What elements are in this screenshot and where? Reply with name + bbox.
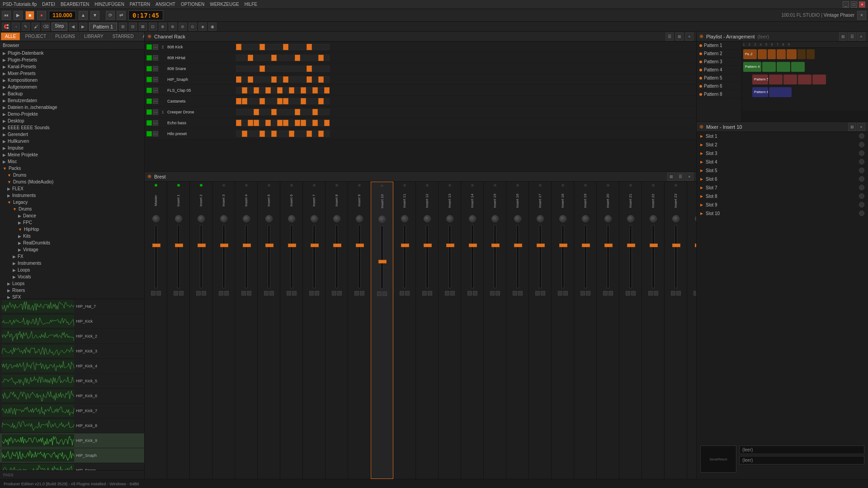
beat-cell[interactable]	[318, 66, 324, 72]
cr-btn2[interactable]: ⊞	[675, 33, 684, 41]
mixer-track[interactable]: Insert 10	[371, 182, 393, 479]
mixer-pan-knob[interactable]	[446, 215, 453, 222]
step-next[interactable]: ▶	[79, 23, 87, 31]
mixer-fader-handle[interactable]	[198, 244, 206, 247]
beat-cell[interactable]	[248, 131, 253, 137]
beat-cell[interactable]	[248, 66, 253, 72]
beat-cell[interactable]	[271, 120, 277, 126]
grid-btn4[interactable]: ⊡	[149, 23, 157, 31]
beat-cell[interactable]	[277, 55, 283, 61]
mixer-pan-knob[interactable]	[537, 215, 544, 222]
mixer-track[interactable]: Insert 24	[687, 182, 696, 479]
insert-slot[interactable]: ▶Slot 4	[697, 158, 868, 166]
mixer-track[interactable]: Insert 18	[552, 182, 574, 479]
channel-mute-btn[interactable]: —	[153, 131, 158, 136]
insert-slot[interactable]: ▶Slot 3	[697, 149, 868, 158]
channel-name[interactable]: Creeper Drone	[167, 110, 203, 114]
beat-cell[interactable]	[236, 55, 241, 61]
arr-block-m2-2[interactable]	[769, 75, 783, 84]
mixer-solo-btn[interactable]	[693, 291, 697, 296]
mixer-solo-btn[interactable]	[219, 291, 223, 296]
mixer-fader-handle[interactable]	[650, 244, 658, 247]
insert-slot[interactable]: ▶Slot 9	[697, 201, 868, 209]
arr-block-m2-5[interactable]	[812, 75, 826, 84]
insert-slot-led[interactable]	[859, 185, 864, 190]
beat-cell[interactable]	[271, 87, 277, 94]
beat-cell[interactable]	[318, 131, 324, 137]
beat-cell[interactable]	[295, 120, 300, 126]
beat-cell[interactable]	[265, 120, 271, 126]
step-prev[interactable]: ◀	[69, 23, 77, 31]
beat-cell[interactable]	[324, 98, 330, 104]
waveform-item[interactable]: HIP_Kick_9	[0, 433, 144, 448]
sidebar-tree-item[interactable]: ▶Instruments	[0, 260, 144, 267]
channel-name[interactable]: Echo bass	[167, 121, 203, 125]
sidebar-tree-item[interactable]: ▶Instruments	[0, 192, 144, 199]
pl-btn1[interactable]: ⊞	[839, 33, 847, 41]
beat-cell[interactable]	[259, 131, 265, 137]
beat-cell[interactable]	[307, 120, 312, 126]
grid-btn6[interactable]: ⊗	[169, 23, 177, 31]
sidebar-tree-item[interactable]: ▶EEEE EEEE Sounds	[0, 124, 144, 131]
mixer-pan-knob[interactable]	[311, 215, 318, 222]
mixer-mute-btn[interactable]	[654, 291, 658, 296]
grid-btn7[interactable]: ⊘	[179, 23, 187, 31]
beat-cell[interactable]	[259, 98, 265, 104]
beat-cell[interactable]	[307, 87, 312, 94]
mixer-track[interactable]: Insert 17	[529, 182, 552, 479]
tool-magnet[interactable]: 🧲	[2, 23, 10, 31]
pattern-list-item[interactable]: Pattern 3	[697, 58, 741, 66]
mixer-mute-btn[interactable]	[495, 291, 500, 296]
beat-cell[interactable]	[265, 87, 271, 94]
mixer-track[interactable]: Insert 4	[235, 182, 258, 479]
mixer-track[interactable]: Insert 16	[506, 182, 529, 479]
beat-cell[interactable]	[312, 98, 318, 104]
tab-library[interactable]: LIBRARY	[80, 33, 108, 40]
insert-slot-led[interactable]	[859, 211, 864, 216]
mixer-pan-knob[interactable]	[288, 215, 295, 222]
channel-active-btn[interactable]	[146, 88, 152, 93]
beat-cell[interactable]	[301, 120, 306, 126]
mixer-pan-knob[interactable]	[424, 215, 431, 222]
mi-btn1[interactable]: ⊞	[848, 123, 856, 131]
sidebar-tree-item[interactable]: ▶Loops	[0, 267, 144, 273]
mixer-solo-btn[interactable]	[603, 291, 608, 296]
arr-block-m2-4[interactable]	[798, 75, 811, 84]
beat-cell[interactable]	[295, 87, 300, 94]
beat-cell[interactable]	[248, 87, 253, 94]
beat-cell[interactable]	[324, 120, 330, 126]
mixer-fader-handle[interactable]	[175, 244, 183, 247]
beat-cell[interactable]	[271, 66, 277, 72]
beat-cell[interactable]	[283, 87, 288, 94]
mixer-fader-handle[interactable]	[514, 244, 522, 247]
waveform-item[interactable]: HIP_Snare	[0, 463, 144, 470]
mixer-pan-knob[interactable]	[175, 215, 182, 222]
beat-cell[interactable]	[312, 109, 318, 115]
mixer-fader-handle[interactable]	[559, 244, 567, 247]
tool-arrow[interactable]: →	[12, 23, 20, 31]
arr-block-m1-1[interactable]: Pattern 4	[743, 62, 761, 72]
beat-cell[interactable]	[289, 109, 294, 115]
channel-active-btn[interactable]	[146, 99, 152, 104]
channel-name[interactable]: 808 HiHat	[167, 56, 203, 60]
mixer-solo-btn[interactable]	[377, 291, 382, 296]
beat-cell[interactable]	[295, 131, 300, 137]
pattern-selector[interactable]: Pattern 1	[89, 23, 118, 31]
mixer-mute-btn[interactable]	[315, 291, 319, 296]
waveform-item[interactable]: HIP_Kick_2	[0, 329, 144, 344]
tab-starred[interactable]: STARRED	[108, 33, 138, 40]
channel-mute-btn[interactable]: —	[153, 44, 158, 50]
channel-name[interactable]: 808 Snare	[167, 66, 203, 71]
mixer-solo-btn[interactable]	[671, 291, 675, 296]
mixer-fader-handle[interactable]	[446, 244, 454, 247]
beat-cell[interactable]	[254, 109, 259, 115]
waveform-item[interactable]: HIP_Kick	[0, 314, 144, 329]
mixer-fader-handle[interactable]	[288, 244, 296, 247]
mixer-pan-knob[interactable]	[333, 215, 340, 222]
beat-cell[interactable]	[289, 120, 294, 126]
beat-cell[interactable]	[277, 131, 283, 137]
mixer-track[interactable]: Insert 2	[190, 182, 212, 479]
sidebar-tree-item[interactable]: ▶Meine Projekte	[0, 151, 144, 158]
mixer-fader-handle[interactable]	[265, 244, 274, 247]
sidebar-tree-item[interactable]: ▶RealDrumkits	[0, 239, 144, 246]
